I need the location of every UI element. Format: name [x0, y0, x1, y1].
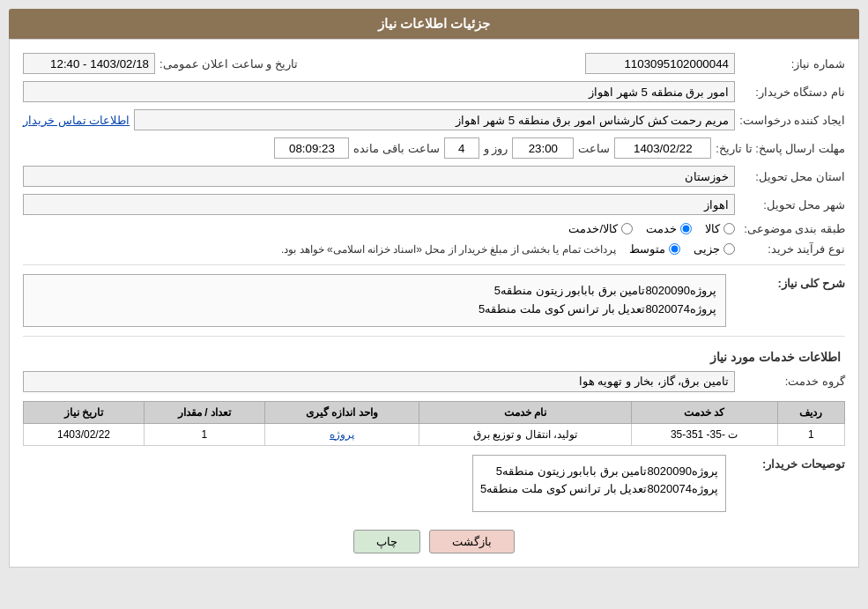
service-group-input[interactable]: [23, 371, 735, 392]
city-input[interactable]: [23, 194, 735, 215]
category-radio-group: کالا خدمت کالا/خدمت: [568, 222, 735, 235]
purchase-type-row: نوع فرآیند خرید: جزیی متوسط پرداخت تمام …: [23, 242, 845, 256]
print-button[interactable]: چاپ: [353, 530, 420, 553]
cell-qty: 1: [144, 423, 264, 445]
buyer-desc-label: توصیحات خریدار:: [731, 455, 845, 471]
city-row: شهر محل تحویل:: [23, 194, 845, 215]
deadline-time-label: ساعت: [578, 142, 610, 155]
buyer-org-row: نام دستگاه خریدار:: [23, 81, 845, 102]
page-header: جزئیات اطلاعات نیاز: [9, 9, 859, 39]
need-number-row: شماره نیاز: تاریخ و ساعت اعلان عمومی:: [23, 53, 845, 74]
button-row: بازگشت چاپ: [23, 530, 845, 553]
cell-name: تولید، انتقال و توزیع برق: [419, 423, 631, 445]
need-desc-row: شرح کلی نیاز: پروژه8020090تامین برق بابا…: [23, 274, 845, 327]
creator-label: ایجاد کننده درخواست:: [739, 114, 845, 127]
category-radio-kala[interactable]: [723, 223, 735, 234]
announce-label: تاریخ و ساعت اعلان عمومی:: [160, 57, 298, 71]
need-number-input[interactable]: [585, 53, 735, 74]
buyer-desc-line1: پروژه8020090تامین برق بابابور زیتون منطق…: [480, 463, 718, 481]
service-info-title: اطلاعات خدمات مورد نیاز: [23, 350, 845, 364]
page-wrapper: جزئیات اطلاعات نیاز شماره نیاز: تاریخ و …: [0, 0, 868, 576]
table-row: 1 ت -35- 351-35 تولید، انتقال و توزیع بر…: [24, 423, 845, 445]
purchase-jozii-label: جزیی: [694, 242, 720, 256]
deadline-date-input[interactable]: [614, 137, 711, 159]
col-qty: تعداد / مقدار: [144, 401, 264, 423]
province-label: استان محل تحویل:: [739, 170, 845, 183]
table-header-row: ردیف کد خدمت نام خدمت واحد اندازه گیری ت…: [24, 401, 845, 423]
purchase-mota-label: متوسط: [629, 242, 665, 256]
main-content: شماره نیاز: تاریخ و ساعت اعلان عمومی: نا…: [9, 39, 859, 568]
deadline-remain-label: ساعت باقی مانده: [353, 142, 439, 155]
page-title: جزئیات اطلاعات نیاز: [378, 16, 490, 31]
purchase-radio-group: جزیی متوسط: [629, 242, 735, 256]
col-unit: واحد اندازه گیری: [264, 401, 419, 423]
cell-unit[interactable]: پروژه: [264, 423, 419, 445]
category-both-label: کالا/خدمت: [568, 222, 618, 235]
back-button[interactable]: بازگشت: [429, 530, 515, 553]
city-label: شهر محل تحویل:: [739, 198, 845, 212]
cell-date: 1403/02/22: [24, 423, 145, 445]
deadline-days-label: روز و: [484, 142, 508, 155]
purchase-radio-jozii[interactable]: [723, 243, 735, 255]
purchase-option-mota: متوسط: [629, 242, 680, 256]
category-option-kala: کالا: [705, 222, 735, 235]
col-name: نام خدمت: [419, 401, 631, 423]
category-label: طبقه بندی موضوعی:: [739, 222, 845, 235]
need-desc-box: پروژه8020090تامین برق بابابور زیتون منطق…: [23, 274, 726, 327]
divider-1: [23, 264, 845, 265]
purchase-option-jozii: جزیی: [694, 242, 735, 256]
buyer-desc-row: توصیحات خریدار: پروژه8020090تامین برق با…: [23, 455, 845, 512]
category-radio-khedmat[interactable]: [680, 223, 692, 234]
category-option-khedmat: خدمت: [646, 222, 692, 235]
service-group-row: گروه خدمت:: [23, 371, 845, 392]
need-desc-line1: پروژه8020090تامین برق بابابور زیتون منطق…: [33, 282, 716, 301]
category-khedmat-label: خدمت: [646, 222, 677, 235]
category-option-both: کالا/خدمت: [568, 222, 633, 235]
deadline-label: مهلت ارسال پاسخ: تا تاریخ:: [716, 142, 845, 155]
purchase-type-label: نوع فرآیند خرید:: [739, 242, 845, 256]
cell-code: ت -35- 351-35: [631, 423, 777, 445]
province-input[interactable]: [23, 166, 735, 187]
purchase-radio-mota[interactable]: [669, 243, 680, 255]
col-code: کد خدمت: [631, 401, 777, 423]
deadline-days-input[interactable]: [444, 137, 479, 159]
creator-row: ایجاد کننده درخواست: اطلاعات تماس خریدار: [23, 109, 845, 130]
announce-input[interactable]: [23, 53, 155, 74]
province-row: استان محل تحویل:: [23, 166, 845, 187]
divider-2: [23, 336, 845, 337]
creator-input[interactable]: [134, 109, 735, 130]
service-table-section: ردیف کد خدمت نام خدمت واحد اندازه گیری ت…: [23, 401, 845, 446]
deadline-row: مهلت ارسال پاسخ: تا تاریخ: ساعت روز و سا…: [23, 137, 845, 159]
deadline-remain-input[interactable]: [274, 137, 349, 159]
buyer-org-input[interactable]: [23, 81, 735, 102]
cell-row: 1: [777, 423, 844, 445]
need-desc-line2: پروژه8020074تعدیل بار ترانس کوی ملت منطق…: [33, 301, 716, 319]
category-row: طبقه بندی موضوعی: کالا خدمت کالا/خدمت: [23, 222, 845, 235]
service-table: ردیف کد خدمت نام خدمت واحد اندازه گیری ت…: [23, 401, 845, 446]
purchase-note: پرداخت تمام یا بخشی از مبلغ خریدار از مح…: [281, 243, 616, 256]
service-group-label: گروه خدمت:: [739, 375, 845, 388]
contact-link[interactable]: اطلاعات تماس خریدار: [23, 114, 130, 127]
col-date: تاریخ نیاز: [24, 401, 145, 423]
need-number-label: شماره نیاز:: [739, 57, 845, 71]
category-radio-both[interactable]: [621, 223, 633, 234]
category-kala-label: کالا: [705, 222, 720, 235]
col-row: ردیف: [777, 401, 844, 423]
need-desc-label: شرح کلی نیاز:: [731, 274, 845, 290]
deadline-time-input[interactable]: [512, 137, 574, 159]
buyer-desc-line2: پروژه8020074تعدیل بار ترانس کوی ملت منطق…: [480, 480, 718, 499]
buyer-org-label: نام دستگاه خریدار:: [739, 85, 845, 99]
buyer-desc-box: پروژه8020090تامین برق بابابور زیتون منطق…: [472, 455, 726, 512]
